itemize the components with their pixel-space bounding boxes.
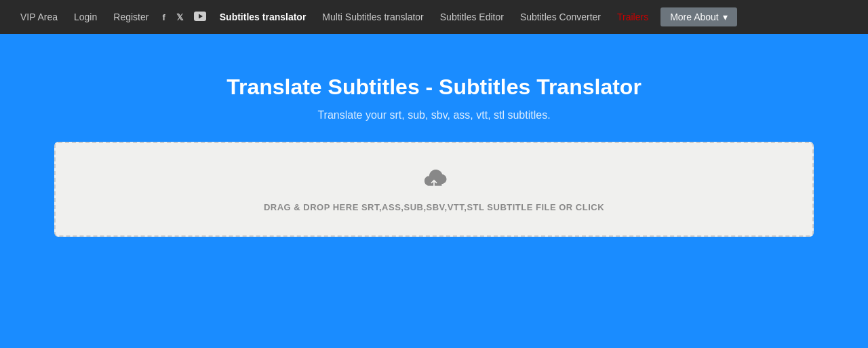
nav-vip-area[interactable]: VIP Area — [14, 7, 64, 26]
navbar: VIP Area Login Register f 𝕏 Subtitles tr… — [0, 0, 868, 34]
more-about-button[interactable]: More About ▾ — [660, 7, 737, 26]
nav-register[interactable]: Register — [106, 7, 155, 26]
upload-cloud-icon — [419, 167, 449, 194]
twitter-icon[interactable]: 𝕏 — [172, 9, 187, 25]
more-about-label: More About — [670, 12, 719, 22]
nav-login[interactable]: Login — [67, 7, 104, 26]
facebook-icon[interactable]: f — [158, 9, 169, 25]
drop-zone-text: DRAG & DROP HERE SRT,ASS,SUB,SBV,VTT,STL… — [264, 202, 604, 212]
main-content: Translate Subtitles - Subtitles Translat… — [0, 34, 868, 237]
nav-subtitles-converter[interactable]: Subtitles Converter — [513, 7, 608, 26]
nav-subtitles-translator[interactable]: Subtitles translator — [213, 7, 313, 26]
youtube-icon[interactable] — [190, 9, 210, 25]
nav-multi-subtitles-translator[interactable]: Multi Subtitles translator — [315, 7, 430, 26]
dropdown-arrow-icon: ▾ — [723, 12, 728, 22]
nav-trailers[interactable]: Trailers — [610, 7, 655, 26]
file-drop-zone[interactable]: DRAG & DROP HERE SRT,ASS,SUB,SBV,VTT,STL… — [54, 142, 814, 237]
hero-subtitle: Translate your srt, sub, sbv, ass, vtt, … — [317, 109, 550, 121]
nav-subtitles-editor[interactable]: Subtitles Editor — [433, 7, 511, 26]
hero-title: Translate Subtitles - Subtitles Translat… — [226, 75, 642, 100]
